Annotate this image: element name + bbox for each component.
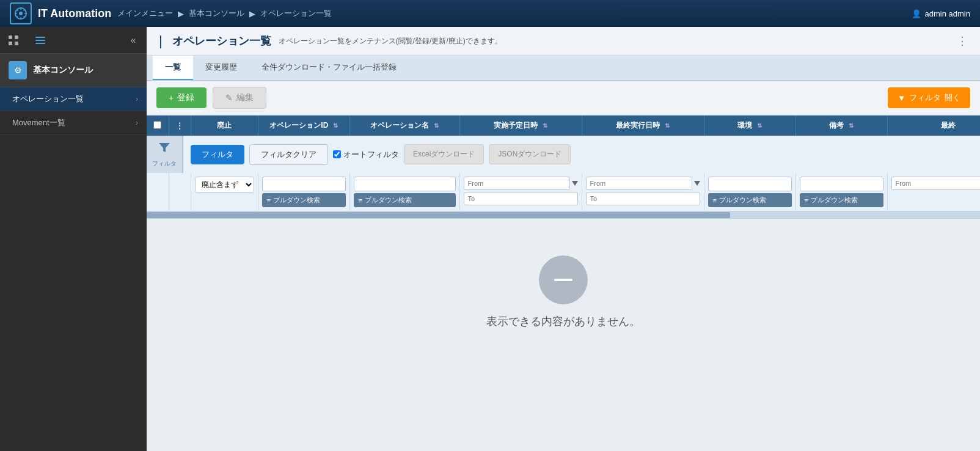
filter-haishi-cell: 廃止含まず 廃止含む 廃止のみ: [191, 173, 258, 211]
svg-rect-10: [554, 279, 572, 281]
auto-filter-checkbox[interactable]: [333, 150, 341, 158]
register-plus-icon: +: [169, 93, 174, 103]
op-name-dropdown-search-btn[interactable]: ≡ プルダウン検索: [354, 193, 456, 207]
scroll-thumb[interactable]: [147, 212, 730, 218]
breadcrumb-item-3[interactable]: オペレーション一覧: [260, 8, 332, 19]
tab-history[interactable]: 変更履歴: [193, 56, 249, 80]
th-haishi: 廃止: [191, 116, 258, 136]
app-title: IT Automation: [38, 7, 111, 20]
select-all-checkbox[interactable]: [153, 121, 161, 129]
th-jisshi[interactable]: 実施予定日時 ⇅: [459, 116, 582, 136]
saigo-to-row: [586, 192, 700, 205]
jisshi-to-input[interactable]: [464, 192, 578, 205]
saigo-from-input[interactable]: [586, 177, 692, 190]
sort-icon-op-id: ⇅: [333, 122, 338, 129]
filter-biko-cell: ≡ プルダウン検索: [795, 173, 887, 211]
filter-open-button[interactable]: ▼ フィルタ 開く: [888, 87, 970, 108]
edit-pencil-icon: ✎: [225, 93, 233, 103]
th-kankyo-label: 環境: [737, 121, 752, 130]
jisshi-from-input[interactable]: [464, 177, 570, 190]
filter-panel-cell: フィルタ フィルタ フィルタクリア オートフィルタ: [147, 136, 980, 173]
dropdown-icon-1: ≡: [267, 197, 271, 204]
user-menu[interactable]: 👤 admin admin: [912, 9, 970, 18]
sidebar-item-operations[interactable]: オペレーション一覧 ›: [0, 87, 147, 111]
th-saigo[interactable]: 最終実行日時 ⇅: [582, 116, 704, 136]
jisshi-from-row: [464, 177, 578, 190]
saigo2-from-input[interactable]: [891, 177, 981, 190]
filter-op-name-cell: ≡ プルダウン検索: [349, 173, 459, 211]
filter-jisshi-cell: [459, 173, 582, 211]
tab-list[interactable]: 一覧: [153, 56, 193, 80]
section-gear-icon: ⚙: [9, 61, 27, 79]
th-op-name-label: オペレーション名: [370, 121, 429, 130]
page-title: オペレーション一覧: [172, 34, 271, 48]
filter-open-label: 開く: [945, 92, 960, 103]
biko-filter-input[interactable]: [800, 177, 883, 191]
filter-panel-row: フィルタ フィルタ フィルタクリア オートフィルタ: [147, 136, 980, 173]
th-biko[interactable]: 備考 ⇅: [795, 116, 887, 136]
dropdown-label-1: プルダウン検索: [273, 196, 320, 205]
register-button[interactable]: + 登録: [156, 87, 207, 108]
th-biko-label: 備考: [829, 121, 844, 130]
svg-rect-2: [9, 35, 12, 39]
filter-icon-cell: フィルタ: [147, 136, 183, 173]
th-jisshi-label: 実施予定日時: [494, 121, 538, 130]
saigo-to-input[interactable]: [586, 192, 700, 205]
biko-dropdown-search-btn[interactable]: ≡ プルダウン検索: [800, 193, 883, 207]
th-checkbox: [147, 116, 169, 136]
kankyo-dropdown-search-btn[interactable]: ≡ プルダウン検索: [708, 193, 792, 207]
svg-rect-4: [9, 42, 12, 45]
th-op-name[interactable]: オペレーション名 ⇅: [349, 116, 459, 136]
chevron-icon-2: ›: [136, 119, 138, 127]
grid-icon-btn[interactable]: [0, 27, 27, 54]
sort-icon-kankyo: ⇅: [757, 122, 762, 129]
th-saigo2-label: 最終: [941, 121, 956, 130]
section-title: 基本コンソール: [33, 65, 93, 76]
page-header-left: | オペレーション一覧 オペレーション一覧をメンテナンス(閲覧/登録/更新/廃止…: [159, 33, 502, 49]
filter-funnel-icon: ▼: [898, 94, 905, 103]
user-icon: 👤: [912, 9, 921, 18]
th-saigo2: 最終: [887, 116, 980, 136]
haishi-filter-select[interactable]: 廃止含まず 廃止含む 廃止のみ: [195, 177, 254, 193]
op-id-filter-input[interactable]: [262, 177, 346, 191]
sort-icon-biko: ⇅: [849, 122, 854, 129]
filter-kankyo-cell: ≡ プルダウン検索: [704, 173, 795, 211]
user-label: admin admin: [925, 9, 970, 18]
op-name-filter-input[interactable]: [354, 177, 456, 191]
sidebar-section-header: ⚙ 基本コンソール: [0, 54, 147, 87]
breadcrumb-sep-1: ▶: [178, 9, 184, 18]
page-header: | オペレーション一覧 オペレーション一覧をメンテナンス(閲覧/登録/更新/廃止…: [147, 27, 980, 56]
empty-state-icon: [539, 255, 588, 304]
filter-apply-button[interactable]: フィルタ: [191, 145, 244, 164]
breadcrumb-item-1[interactable]: メインメニュー: [117, 8, 173, 19]
auto-filter-label[interactable]: オートフィルタ: [333, 149, 399, 160]
th-op-id[interactable]: オペレーションID ⇅: [258, 116, 349, 136]
empty-state-message: 表示できる内容がありません。: [486, 314, 640, 329]
topbar-left: IT Automation メインメニュー ▶ 基本コンソール ▶ オペレーショ…: [10, 2, 332, 24]
sidebar-collapse-btn[interactable]: «: [120, 27, 147, 54]
filter-checkbox-cell: [147, 173, 169, 211]
saigo-date-group: [586, 177, 700, 205]
kankyo-filter-input[interactable]: [708, 177, 792, 191]
sidebar-item-movement-label: Movement一覧: [12, 117, 65, 128]
horizontal-scrollbar[interactable]: [147, 211, 980, 219]
op-id-dropdown-search-btn[interactable]: ≡ プルダウン検索: [262, 193, 346, 207]
tab-download[interactable]: 全件ダウンロード・ファイル一括登録: [249, 56, 409, 80]
th-more: ⋮: [169, 116, 191, 136]
breadcrumb-item-2[interactable]: 基本コンソール: [189, 8, 244, 19]
sidebar-item-operations-label: オペレーション一覧: [12, 94, 84, 105]
app-logo: [10, 2, 32, 24]
th-kankyo[interactable]: 環境 ⇅: [704, 116, 795, 136]
list-icon-btn[interactable]: [27, 27, 54, 54]
table-scroll-outer[interactable]: ⋮ 廃止 オペレーションID ⇅ オペレーション名 ⇅: [147, 116, 980, 451]
page-menu-button[interactable]: ⋮: [957, 34, 968, 48]
th-saigo-label: 最終実行日時: [616, 121, 660, 130]
filter-saigo-cell: [582, 173, 704, 211]
filter-clear-button[interactable]: フィルタクリア: [249, 144, 328, 165]
auto-filter-label-text: オートフィルタ: [343, 149, 399, 160]
sidebar-item-movement[interactable]: Movement一覧 ›: [0, 111, 147, 135]
th-op-id-label: オペレーションID: [269, 121, 328, 130]
svg-rect-3: [15, 35, 18, 39]
sort-icon-op-name: ⇅: [434, 122, 439, 129]
dropdown-label-2: プルダウン検索: [365, 196, 412, 205]
